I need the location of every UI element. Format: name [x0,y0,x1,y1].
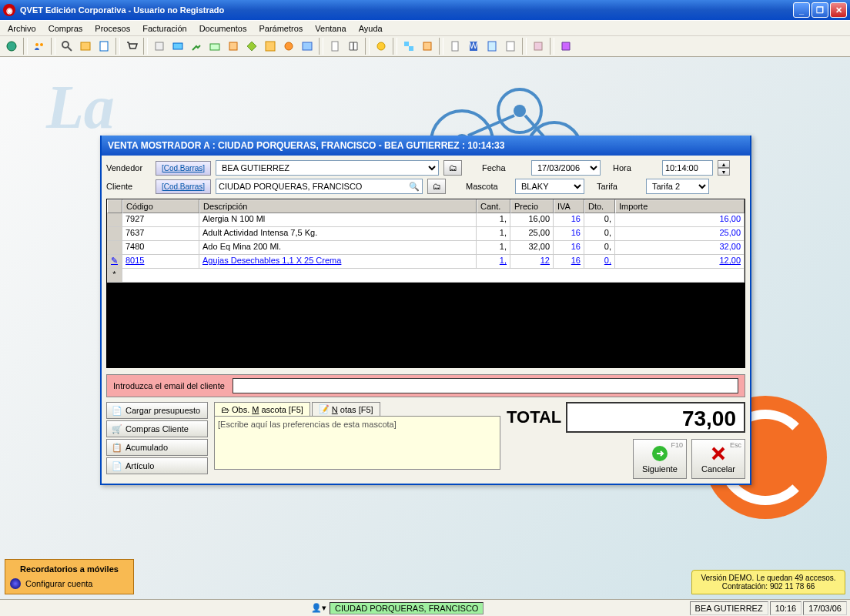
cliente-lookup-icon[interactable]: 🗂 [427,179,446,194]
toolbar-icon-9[interactable] [188,38,205,55]
toolbar-icon-15[interactable] [299,38,316,55]
svg-rect-13 [303,42,312,50]
toolbar-icon-5[interactable] [95,38,112,55]
email-prompt-label: Introduzca el email del cliente [113,381,225,390]
toolbar-cart-icon[interactable] [123,38,140,55]
svg-rect-6 [100,42,108,51]
new-row-marker[interactable]: * [107,269,122,282]
svg-rect-5 [81,42,90,50]
col-iva[interactable]: IVA [554,199,584,213]
toolbar-icon-16[interactable] [326,38,343,55]
toolbar-icon-25[interactable] [530,38,547,55]
toolbar-icon-18[interactable] [373,38,390,55]
table-row[interactable]: 7927Alergia N 100 Ml1,16,00160,16,00 [107,213,745,227]
col-dto[interactable]: Dto. [584,199,615,213]
toolbar-icon-7[interactable] [151,38,168,55]
cargar-presupuesto-button[interactable]: 📄 Cargar presupuesto [106,402,208,419]
fecha-label: Fecha [482,163,527,172]
toolbar-search-icon[interactable] [59,38,75,55]
status-user: BEA GUTIERREZ [690,601,768,615]
col-descripcion[interactable]: Descripción [199,199,477,213]
tarifa-label: Tarifa [597,182,641,191]
col-importe[interactable]: Importe [615,199,745,213]
hora-input[interactable] [662,160,713,176]
table-row[interactable]: ✎8015Agujas Desechables 1,1 X 25 Crema1,… [107,255,745,269]
sale-dialog: VENTA MOSTRADOR A : CIUDAD PORQUERAS, FR… [100,136,751,485]
hora-down-button[interactable]: ▼ [718,168,730,176]
menu-documentos[interactable]: Documentos [195,22,252,35]
compras-cliente-button[interactable]: 🛒 Compras Cliente [106,420,208,437]
cod-barras-cliente[interactable]: [Cod.Barras] [156,179,211,194]
menu-parametros[interactable]: Parámetros [254,22,307,35]
toolbar-help-icon[interactable] [557,38,574,55]
email-bar: Introduzca el email del cliente [106,374,745,397]
toolbar-icon-24[interactable] [502,38,519,55]
hora-up-button[interactable]: ▲ [718,160,730,168]
articulo-button[interactable]: 📄 Artículo [106,457,208,474]
menu-procesos[interactable]: Procesos [90,22,135,35]
fecha-input[interactable]: 17/03/2006 [531,160,601,176]
svg-rect-10 [229,42,237,50]
col-codigo[interactable]: Código [122,199,199,213]
toolbar-doc-icon[interactable] [447,38,463,55]
siguiente-button[interactable]: F10 Siguiente [633,439,687,479]
toolbar-icon-8[interactable] [169,38,186,55]
svg-rect-14 [332,42,338,51]
svg-rect-22 [488,42,496,51]
toolbar-book-icon[interactable] [345,38,362,55]
toolbar-word-icon[interactable]: W [465,38,482,55]
menu-compras[interactable]: Compras [44,22,88,35]
toolbar-users-icon[interactable] [31,38,48,55]
toolbar-icon-14[interactable] [280,38,297,55]
toolbar-icon-10[interactable] [206,38,223,55]
reminder-config-link[interactable]: Configurar cuenta [25,579,92,588]
tarifa-select[interactable]: Tarifa 2 [646,179,709,194]
svg-rect-7 [156,42,163,50]
mascota-select[interactable]: BLAKY [515,179,584,194]
toolbar-icon-12[interactable] [243,38,260,55]
toolbar-icon-11[interactable] [225,38,242,55]
items-grid[interactable]: Código Descripción Cant. Precio IVA Dto.… [106,199,745,368]
vendedor-select[interactable]: BEA GUTIERREZ [216,160,439,176]
toolbar-icon-19[interactable] [400,38,417,55]
tab-notas[interactable]: 📝 Notas [F5] [312,402,380,416]
col-precio[interactable]: Precio [510,199,554,213]
acumulado-button[interactable]: 📋 Acumulado [106,439,208,456]
globe-icon [10,578,21,589]
hora-label: Hora [613,163,658,172]
menu-ventana[interactable]: Ventana [310,22,350,35]
reminder-panel[interactable]: Recordatorios a móviles Configurar cuent… [5,559,134,594]
background-logo-text: La [46,72,115,142]
table-row[interactable]: 7637Adult Actividad Intensa 7,5 Kg.1,25,… [107,227,745,241]
minimize-button[interactable]: _ [793,2,810,18]
dialog-title[interactable]: VENTA MOSTRADOR A : CIUDAD PORQUERAS, FR… [102,136,750,156]
toolbar-icon-23[interactable] [484,38,500,55]
svg-point-0 [7,42,16,51]
mdi-desktop: La VENTA MOSTRADOR A : CIUDAD PORQUERAS,… [0,57,850,599]
svg-point-3 [62,42,69,48]
svg-point-2 [40,43,43,46]
cod-barras-vendedor[interactable]: [Cod.Barras] [156,161,211,176]
note-icon: 📝 [319,404,330,414]
toolbar-icon-4[interactable] [77,38,94,55]
cliente-input[interactable]: CIUDAD PORQUERAS, FRANCISCO🔍 [216,179,423,194]
toolbar-globe-icon[interactable] [3,38,20,55]
menu-facturacion[interactable]: Facturación [138,22,191,35]
cancelar-button[interactable]: Esc Cancelar [691,439,745,479]
vendedor-lookup-icon[interactable]: 🗂 [443,160,462,176]
table-row[interactable]: 7480Ado Eq Mina 200 Ml.1,32,00160,32,00 [107,241,745,255]
email-input[interactable] [233,378,738,393]
cliente-search-icon[interactable]: 🔍 [409,182,420,192]
col-marker[interactable] [107,199,122,213]
menu-ayuda[interactable]: Ayuda [354,22,387,35]
app-icon: ◉ [3,4,15,16]
toolbar-icon-13[interactable] [262,38,279,55]
menu-archivo[interactable]: Archivo [3,22,41,35]
tab-obs-mascota[interactable]: 🗁 Obs. Mascota [F5] [214,402,310,416]
close-button[interactable]: ✕ [830,2,847,18]
toolbar-icon-20[interactable] [419,38,436,55]
mascota-notes-memo[interactable]: [Escribe aquí las preferencias de esta m… [214,416,500,470]
maximize-button[interactable]: ❐ [812,2,828,18]
svg-rect-19 [452,42,458,51]
col-cant[interactable]: Cant. [477,199,510,213]
